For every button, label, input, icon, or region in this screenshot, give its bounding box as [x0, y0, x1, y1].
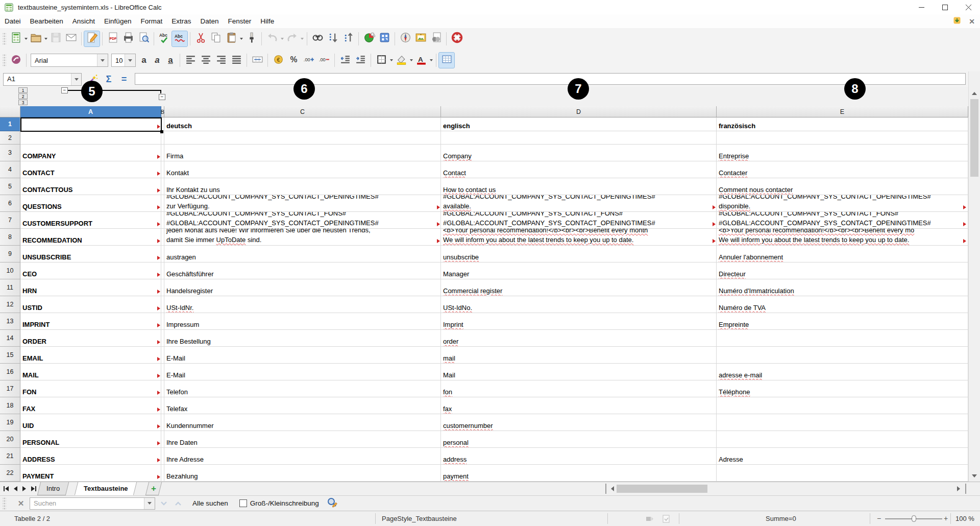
- cell-E19[interactable]: [717, 414, 968, 431]
- outline-level-1-button[interactable]: 1: [18, 87, 28, 93]
- new-document-button[interactable]: [8, 31, 23, 46]
- cell-D5[interactable]: How to contact us: [441, 178, 717, 195]
- row-header-14[interactable]: 14: [0, 330, 20, 347]
- document-modified-icon[interactable]: [660, 514, 672, 524]
- cell-C18[interactable]: Telefax: [164, 397, 441, 414]
- cell-C17[interactable]: Telefon: [164, 380, 441, 397]
- cell-D3[interactable]: Company: [441, 145, 717, 161]
- cell-D2[interactable]: [441, 131, 717, 145]
- row-header-5[interactable]: 5: [0, 178, 20, 195]
- row-header-22[interactable]: 22: [0, 465, 20, 482]
- maximize-button[interactable]: [933, 0, 957, 14]
- row-header-1[interactable]: 1: [0, 117, 20, 131]
- sheet-tab-textbausteine[interactable]: Textbausteine: [75, 482, 137, 495]
- cell-C5[interactable]: Ihr Kontakt zu uns: [164, 178, 441, 195]
- font-size-combo[interactable]: 10: [111, 54, 136, 67]
- cell-E17[interactable]: Téléphone: [717, 380, 968, 397]
- cell-A13[interactable]: IMPRINT: [20, 313, 161, 330]
- menu-extras[interactable]: Extras: [167, 14, 195, 28]
- close-find-bar-icon[interactable]: ✕: [15, 498, 27, 509]
- cell-D7[interactable]: #GLOBAL:ACCOUNT_COMPANY_SYS_CONTACT_FONS…: [441, 212, 717, 229]
- scroll-down-icon[interactable]: [970, 471, 979, 481]
- search-dropdown-icon[interactable]: [144, 498, 155, 509]
- close-button[interactable]: [957, 0, 980, 14]
- cell-C22[interactable]: Bezahlung: [164, 465, 441, 482]
- cell-E1[interactable]: französisch: [717, 117, 968, 131]
- collapse-group-button[interactable]: −: [61, 87, 68, 93]
- cell-D4[interactable]: Contact: [441, 161, 717, 178]
- row-header-21[interactable]: 21: [0, 448, 20, 465]
- cell-C21[interactable]: Ihre Adresse: [164, 448, 441, 465]
- find-previous-icon[interactable]: [171, 497, 185, 510]
- font-color-button[interactable]: A: [413, 53, 429, 68]
- row-header-8[interactable]: 8: [0, 229, 20, 246]
- cell-E3[interactable]: Entreprise: [717, 145, 968, 161]
- borders-button[interactable]: [374, 53, 389, 68]
- page-style[interactable]: PageStyle_Textbausteine: [382, 515, 457, 522]
- align-justify-button[interactable]: [229, 53, 244, 68]
- cell-A1[interactable]: [20, 117, 161, 131]
- cell-A16[interactable]: MAIL: [20, 364, 161, 380]
- cell-A10[interactable]: CEO: [20, 262, 161, 279]
- row-header-18[interactable]: 18: [0, 397, 20, 414]
- print-button[interactable]: [120, 31, 136, 46]
- cell-D20[interactable]: personal: [441, 431, 717, 448]
- cell-A19[interactable]: UID: [20, 414, 161, 431]
- zoom-slider-knob[interactable]: [912, 515, 916, 522]
- open-dropdown-icon[interactable]: [43, 31, 48, 46]
- column-header-E[interactable]: E: [717, 106, 968, 117]
- row-header-3[interactable]: 3: [0, 145, 20, 161]
- auto-spellcheck-button[interactable]: Abc: [172, 31, 187, 46]
- scroll-up-icon[interactable]: [970, 89, 979, 98]
- outline-level-2-button[interactable]: 2: [18, 93, 28, 99]
- cell-A5[interactable]: CONTACTTOUS: [20, 178, 161, 195]
- close-document-button[interactable]: ✕: [966, 17, 978, 26]
- cell-A14[interactable]: ORDER: [20, 330, 161, 347]
- scroll-left-icon[interactable]: [608, 484, 617, 493]
- insert-chart-button[interactable]: [361, 31, 377, 46]
- cell-C15[interactable]: E-Mail: [164, 347, 441, 364]
- row-header-12[interactable]: 12: [0, 296, 20, 313]
- cell-A12[interactable]: USTID: [20, 296, 161, 313]
- row-header-11[interactable]: 11: [0, 279, 20, 296]
- merge-cells-button[interactable]: [250, 53, 265, 68]
- cell-A7[interactable]: CUSTOMERSUPPORT: [20, 212, 161, 229]
- cell-A3[interactable]: COMPANY: [20, 145, 161, 161]
- row-header-10[interactable]: 10: [0, 262, 20, 279]
- cell-C11[interactable]: Handelsregister: [164, 279, 441, 296]
- find-and-replace-icon[interactable]: [326, 496, 338, 511]
- background-color-button[interactable]: [394, 53, 409, 68]
- formula-input-line[interactable]: [135, 73, 966, 85]
- cell-D16[interactable]: Mail: [441, 364, 717, 380]
- cell-D10[interactable]: Manager: [441, 262, 717, 279]
- sort-ascending-button[interactable]: [325, 31, 340, 46]
- cell-E18[interactable]: [717, 397, 968, 414]
- vertical-scroll-thumb[interactable]: [970, 99, 978, 177]
- cell-C2[interactable]: [164, 131, 441, 145]
- undo-dropdown-icon[interactable]: [280, 31, 284, 46]
- next-sheet-icon[interactable]: [20, 484, 29, 493]
- paste-dropdown-icon[interactable]: [239, 31, 243, 46]
- sheet-tab-intro[interactable]: Intro: [37, 482, 69, 495]
- spelling-button[interactable]: Abc: [157, 31, 172, 46]
- toolbar-grip[interactable]: [3, 54, 6, 67]
- cell-E13[interactable]: Empreinte: [717, 313, 968, 330]
- cell-C12[interactable]: USt-IdNr.: [164, 296, 441, 313]
- find-all-button[interactable]: Alle suchen: [192, 499, 228, 507]
- row-header-19[interactable]: 19: [0, 414, 20, 431]
- font-name-dropdown-icon[interactable]: [97, 54, 108, 66]
- data-sources-button[interactable]: [428, 31, 444, 46]
- previous-sheet-icon[interactable]: [11, 484, 19, 493]
- scroll-right-icon[interactable]: [954, 484, 963, 493]
- cell-C9[interactable]: austragen: [164, 246, 441, 262]
- sort-descending-button[interactable]: [340, 31, 356, 46]
- cell-C7[interactable]: #GLOBAL:ACCOUNT_COMPANY_SYS_CONTACT_FONS…: [164, 212, 441, 229]
- find-next-icon[interactable]: [157, 497, 171, 510]
- sheet-info[interactable]: Tabelle 2 / 2: [14, 515, 50, 522]
- cell-C3[interactable]: Firma: [164, 145, 441, 161]
- menu-daten[interactable]: Daten: [195, 14, 223, 28]
- sum-info[interactable]: Summe=0: [766, 515, 796, 522]
- align-right-button[interactable]: [213, 53, 229, 68]
- fill-handle[interactable]: [160, 130, 163, 133]
- menu-bearbeiten[interactable]: Bearbeiten: [26, 14, 68, 28]
